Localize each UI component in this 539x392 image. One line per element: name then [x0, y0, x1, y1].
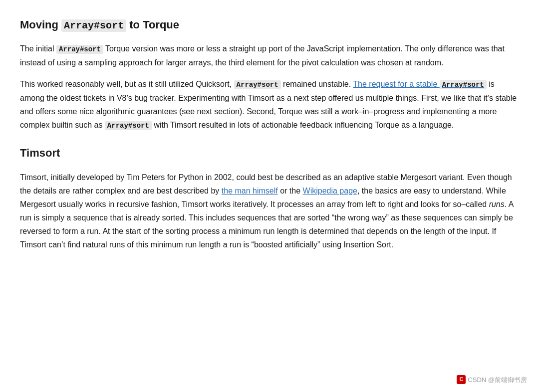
runs-italic: runs [489, 200, 505, 208]
watermark-icon: C [457, 375, 466, 384]
link-wikipedia[interactable]: Wikipedia page [303, 187, 357, 195]
heading-prefix: Moving [20, 18, 61, 31]
section-heading-moving: Moving Array#sort to Torque [20, 16, 519, 34]
timsort-heading: Timsort [20, 144, 519, 162]
link-man-himself[interactable]: the man himself [222, 187, 278, 195]
link-stable-request[interactable]: The request for a stable Array#sort [353, 80, 486, 88]
code-arraysort-3: Array#sort [105, 121, 152, 130]
heading-code: Array#sort [61, 19, 126, 32]
code-arraysort-1: Array#sort [56, 45, 103, 54]
paragraph-timsort-desc: Timsort, initially developed by Tim Pete… [20, 171, 519, 252]
watermark-label: CSDN @前端御书房 [468, 375, 527, 385]
paragraph-quicksort: This worked reasonably well, but as it s… [20, 77, 519, 132]
code-arraysort-2: Array#sort [234, 80, 281, 89]
paragraph-intro: The initial Array#sort Torque version wa… [20, 42, 519, 69]
section-moving-arraysort: Moving Array#sort to Torque The initial … [20, 16, 519, 132]
code-arraysort-link: Array#sort [440, 80, 487, 89]
section-timsort: Timsort Timsort, initially developed by … [20, 144, 519, 251]
heading-suffix: to Torque [126, 18, 179, 31]
watermark: C CSDN @前端御书房 [457, 375, 527, 385]
